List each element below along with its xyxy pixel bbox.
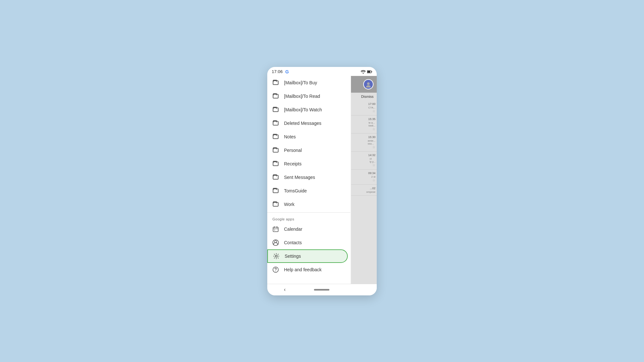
email-item-1: 17:00 C7A... ☆ — [351, 100, 377, 116]
sidebar-item-work[interactable]: Work — [267, 198, 348, 211]
sidebar-item-settings[interactable]: Settings — [267, 249, 348, 263]
sidebar-item-tomsguide[interactable]: TomsGuide — [267, 184, 348, 198]
svg-rect-2 — [367, 71, 370, 73]
sidebar-item-deleted-messages[interactable]: Deleted Messages — [267, 116, 348, 130]
folder-icon — [272, 201, 279, 208]
sidebar-item-mailbox-to-buy[interactable]: [Mailbox]/To Buy — [267, 76, 348, 89]
folder-icon — [272, 147, 279, 153]
battery-icon — [367, 70, 372, 73]
folder-icon — [272, 161, 279, 167]
bottom-nav: ‹ — [267, 284, 377, 295]
email-item-5: 09:34 2 st ☆ — [351, 170, 377, 185]
back-button[interactable]: ‹ — [279, 285, 291, 294]
phone-container: 17:06 G — [267, 67, 377, 295]
svg-point-4 — [367, 82, 370, 85]
sidebar-item-receipts[interactable]: Receipts — [267, 157, 348, 171]
content-area: Dismiss 17:00 C7A... ☆ 15:35 le a...kedi… — [267, 76, 377, 284]
folder-icon — [272, 107, 279, 113]
star-icon-1[interactable]: ☆ — [372, 109, 375, 113]
email-item-3: 15:30 amie...ssu... ☆ — [351, 134, 377, 152]
sidebar-item-help-feedback[interactable]: Help and feedback — [267, 263, 348, 276]
email-item-6: ...02 ompose — [351, 185, 377, 196]
status-bar: 17:06 G — [267, 67, 377, 76]
svg-point-0 — [363, 73, 364, 74]
star-icon-4[interactable]: ☆ — [372, 163, 375, 167]
svg-point-5 — [366, 85, 371, 88]
folder-icon — [272, 120, 279, 126]
google-logo: G — [285, 69, 289, 74]
svg-rect-3 — [372, 71, 372, 72]
sidebar-label: Personal — [284, 148, 302, 153]
sidebar-item-mailbox-to-read[interactable]: [Mailbox]/To Read — [267, 89, 348, 103]
email-item-4: 14:32 ctly y... ☆ — [351, 152, 377, 170]
calendar-icon — [272, 226, 279, 232]
dismiss-button[interactable]: Dismiss — [352, 93, 375, 100]
nav-pill[interactable] — [314, 289, 329, 291]
sidebar-label: Settings — [285, 254, 301, 259]
sidebar-label: TomsGuide — [284, 188, 307, 193]
sidebar-item-mailbox-to-watch[interactable]: [Mailbox]/To Watch — [267, 103, 348, 116]
svg-rect-6 — [273, 227, 278, 232]
star-icon-5[interactable]: ☆ — [372, 178, 375, 182]
sidebar-item-sent-messages[interactable]: Sent Messages — [267, 171, 348, 184]
email-header-bg — [351, 76, 377, 93]
settings-icon — [273, 253, 279, 259]
folder-icon — [272, 188, 279, 194]
sidebar-label: Notes — [284, 134, 296, 139]
sidebar-item-contacts[interactable]: Contacts — [267, 236, 348, 249]
svg-rect-10 — [274, 230, 275, 230]
sidebar-label: Sent Messages — [284, 175, 315, 180]
folder-icon — [272, 93, 279, 99]
sidebar-label: [Mailbox]/To Watch — [284, 107, 322, 112]
folder-icon — [272, 174, 279, 181]
sidebar-label: Deleted Messages — [284, 121, 321, 126]
help-icon — [272, 266, 279, 273]
email-list-background: Dismiss 17:00 C7A... ☆ 15:35 le a...kedi… — [351, 76, 377, 284]
sidebar-item-personal[interactable]: Personal — [267, 144, 348, 157]
folder-icon — [272, 79, 279, 86]
sidebar-label: Contacts — [284, 240, 302, 245]
status-time: 17:06 — [272, 69, 283, 74]
avatar[interactable] — [363, 79, 374, 89]
sidebar-label: [Mailbox]/To Buy — [284, 80, 317, 85]
sidebar-label: Work — [284, 202, 294, 207]
divider — [267, 212, 350, 213]
navigation-drawer: [Mailbox]/To Buy [Mailbox]/To Read [Mail… — [267, 76, 350, 284]
star-icon-2[interactable]: ☆ — [372, 127, 375, 131]
sidebar-item-calendar[interactable]: Calendar — [267, 222, 348, 236]
svg-point-13 — [275, 255, 277, 257]
email-item-2: 15:35 le a...kedi... ☆ — [351, 116, 377, 134]
star-icon-3[interactable]: ☆ — [372, 145, 375, 149]
contacts-icon — [272, 239, 279, 246]
sidebar-label: Help and feedback — [284, 267, 322, 272]
sidebar-label: Receipts — [284, 161, 301, 166]
svg-point-15 — [275, 271, 276, 271]
sidebar-label: Calendar — [284, 227, 302, 232]
google-apps-section-label: Google apps — [267, 214, 350, 222]
sidebar-item-notes[interactable]: Notes — [267, 130, 348, 144]
sidebar-label: [Mailbox]/To Read — [284, 94, 320, 99]
folder-icon — [272, 134, 279, 140]
status-icons — [361, 70, 372, 74]
wifi-icon — [361, 70, 366, 74]
